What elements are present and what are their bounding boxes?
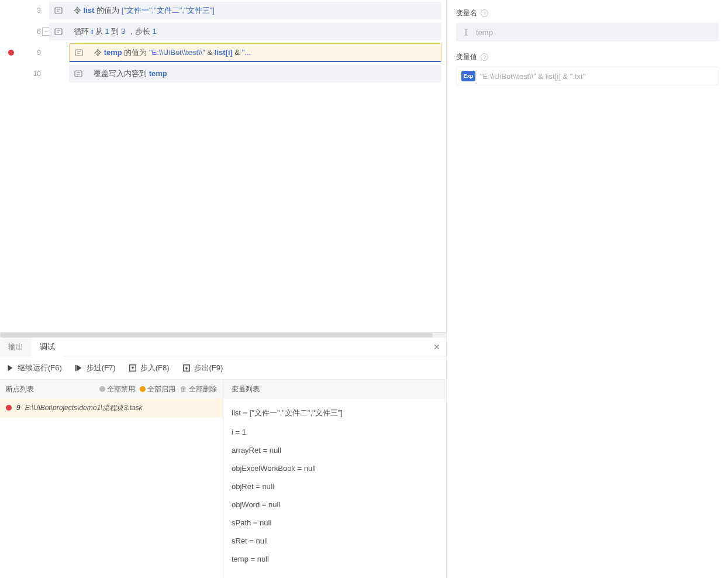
variable-item[interactable]: list = ["文件一","文件二","文件三"] bbox=[232, 403, 438, 423]
code-block[interactable]: 覆盖写入内容到 temp bbox=[69, 65, 441, 82]
variable-item[interactable]: objWord = null bbox=[232, 496, 438, 514]
code-block[interactable]: 令 list 的值为 ["文件一","文件二","文件三"] bbox=[49, 2, 441, 19]
code-block[interactable]: 令 temp 的值为 "E:\\UiBot\\test\\" & list[i]… bbox=[69, 43, 441, 62]
code-line[interactable]: 10覆盖写入内容到 temp bbox=[0, 63, 446, 84]
svg-rect-2 bbox=[75, 50, 82, 56]
assign-icon bbox=[54, 6, 63, 15]
line-body: 令 list 的值为 ["文件一","文件二","文件三"] bbox=[47, 0, 446, 21]
button-label: 步出(F9) bbox=[194, 363, 223, 373]
tab-output[interactable]: 输出 bbox=[0, 338, 32, 356]
code-text: 令 list 的值为 ["文件一","文件二","文件三"] bbox=[74, 5, 215, 16]
assign-icon bbox=[54, 27, 63, 36]
var-name-label: 变量名 ? bbox=[456, 8, 719, 18]
code-text: 令 temp 的值为 "E:\\UiBot\\test\\" & list[i]… bbox=[94, 47, 251, 58]
dot-icon bbox=[140, 386, 146, 392]
text-cursor-icon bbox=[461, 27, 471, 37]
play-button[interactable]: 继续运行(F6) bbox=[6, 363, 62, 373]
var-value-input-wrap[interactable]: Exp bbox=[456, 67, 719, 85]
step-in-icon bbox=[129, 364, 137, 372]
bottom-panel: 输出 调试 ✕ 继续运行(F6)步过(F7)步入(F8)步出(F9) 断点列表 … bbox=[0, 332, 446, 578]
step-over-button[interactable]: 步过(F7) bbox=[75, 363, 116, 373]
gutter[interactable]: 10 bbox=[0, 63, 47, 84]
variable-list-title: 变量列表 bbox=[223, 380, 446, 398]
code-text: 循环 i 从 1 到 3 ，步长 1 bbox=[74, 26, 157, 37]
step-over-icon bbox=[75, 364, 83, 372]
line-number: 3 bbox=[27, 6, 41, 15]
code-block[interactable]: 循环 i 从 1 到 3 ，步长 1 bbox=[49, 23, 441, 40]
code-editor[interactable]: 3令 list 的值为 ["文件一","文件二","文件三"]6−循环 i 从 … bbox=[0, 0, 446, 332]
trash-icon: 🗑 bbox=[180, 385, 187, 393]
code-line[interactable]: 3令 list 的值为 ["文件一","文件二","文件三"] bbox=[0, 0, 446, 21]
gutter[interactable]: 9 bbox=[0, 42, 47, 63]
bottom-tabs: 输出 调试 ✕ bbox=[0, 338, 446, 356]
breakpoint-panel: 断点列表 全部禁用 全部启用 🗑全部删除 9E:\UiBot\projects\… bbox=[0, 380, 223, 578]
help-icon[interactable]: ? bbox=[481, 53, 488, 61]
close-icon[interactable]: ✕ bbox=[433, 342, 440, 352]
breakpoint-dot[interactable] bbox=[8, 50, 14, 56]
line-number: 9 bbox=[27, 49, 41, 57]
code-line[interactable]: 6−循环 i 从 1 到 3 ，步长 1 bbox=[0, 21, 446, 42]
variable-panel: 变量列表 list = ["文件一","文件二","文件三"]i = 1arra… bbox=[223, 380, 446, 578]
var-value-input[interactable] bbox=[480, 72, 713, 81]
step-in-button[interactable]: 步入(F8) bbox=[129, 363, 170, 373]
button-label: 步入(F8) bbox=[140, 363, 170, 373]
minus-circle-icon bbox=[99, 386, 105, 392]
breakpoint-dot-icon bbox=[6, 405, 12, 411]
var-name-input[interactable] bbox=[476, 28, 714, 37]
button-label: 步过(F7) bbox=[87, 363, 116, 373]
var-name-input-wrap[interactable] bbox=[456, 23, 719, 42]
expression-chip[interactable]: Exp bbox=[461, 71, 475, 81]
line-body: 覆盖写入内容到 temp bbox=[47, 63, 446, 84]
disable-all-button[interactable]: 全部禁用 bbox=[99, 384, 135, 394]
variable-item[interactable]: temp = null bbox=[232, 550, 438, 568]
delete-all-button[interactable]: 🗑全部删除 bbox=[180, 384, 217, 394]
horizontal-scrollbar[interactable] bbox=[0, 333, 446, 338]
line-number: 6 bbox=[27, 27, 41, 36]
properties-panel: 变量名 ? 变量值 ? Exp bbox=[447, 0, 728, 578]
enable-all-button[interactable]: 全部启用 bbox=[140, 384, 175, 394]
line-body: 循环 i 从 1 到 3 ，步长 1 bbox=[47, 21, 446, 42]
svg-rect-1 bbox=[55, 29, 62, 35]
line-number: 10 bbox=[27, 70, 41, 78]
button-label: 继续运行(F6) bbox=[18, 363, 62, 373]
breakpoint-line: 9 bbox=[16, 404, 20, 412]
variable-item[interactable]: objExcelWorkBook = null bbox=[232, 459, 438, 477]
line-body: 令 temp 的值为 "E:\\UiBot\\test\\" & list[i]… bbox=[47, 42, 446, 63]
help-icon[interactable]: ? bbox=[481, 9, 488, 17]
code-text: 覆盖写入内容到 temp bbox=[94, 68, 167, 79]
step-out-icon bbox=[182, 364, 191, 372]
gutter[interactable]: 6− bbox=[0, 21, 47, 42]
code-line[interactable]: 9令 temp 的值为 "E:\\UiBot\\test\\" & list[i… bbox=[0, 42, 446, 63]
breakpoint-path: E:\UiBot\projects\demo1\流程块3.task bbox=[25, 403, 143, 413]
variable-item[interactable]: arrayRet = null bbox=[232, 441, 438, 459]
step-out-button[interactable]: 步出(F9) bbox=[182, 363, 223, 373]
var-value-label: 变量值 ? bbox=[456, 52, 719, 62]
play-icon bbox=[6, 364, 14, 372]
scrollbar-thumb[interactable] bbox=[0, 333, 433, 338]
gutter[interactable]: 3 bbox=[0, 0, 47, 21]
variable-item[interactable]: i = 1 bbox=[232, 423, 438, 441]
variable-item[interactable]: sPath = null bbox=[232, 514, 438, 532]
tab-debug[interactable]: 调试 bbox=[32, 338, 63, 356]
variable-item[interactable]: sRet = null bbox=[232, 532, 438, 550]
svg-rect-0 bbox=[55, 8, 62, 13]
breakpoint-list-title: 断点列表 bbox=[6, 384, 95, 394]
write-icon bbox=[74, 69, 83, 78]
debug-toolbar: 继续运行(F6)步过(F7)步入(F8)步出(F9) bbox=[0, 356, 446, 380]
variable-item[interactable]: objRet = null bbox=[232, 477, 438, 496]
assign-icon bbox=[74, 48, 84, 57]
breakpoint-row[interactable]: 9E:\UiBot\projects\demo1\流程块3.task bbox=[0, 398, 223, 417]
svg-rect-4 bbox=[75, 364, 77, 371]
